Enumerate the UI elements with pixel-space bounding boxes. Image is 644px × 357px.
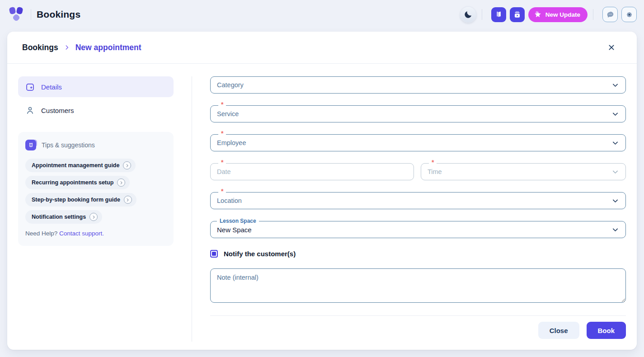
lesson-space-value: New Space	[217, 226, 252, 234]
required-marker: *	[429, 159, 437, 165]
panel-header: Bookings New appointment	[7, 32, 637, 64]
appointment-form: Category * Service * Emp	[210, 76, 626, 350]
lesson-space-dropdown[interactable]: Lesson Space New Space	[210, 221, 626, 238]
chevron-right-circle-icon	[117, 178, 125, 187]
internal-note-textarea[interactable]	[210, 268, 626, 303]
required-marker: *	[218, 130, 226, 136]
feedback-chat-button[interactable]	[602, 7, 618, 22]
chevron-down-icon	[611, 168, 619, 176]
chevron-right-circle-icon	[89, 213, 98, 221]
app-logo-icon	[7, 5, 25, 23]
help-prefix: Need Help?	[25, 230, 59, 237]
form-footer: Close Book	[210, 315, 626, 345]
employee-dropdown[interactable]: * Employee	[210, 134, 626, 151]
sidebar: Details Customers	[18, 76, 174, 350]
sidebar-item-customers[interactable]: Customers	[18, 100, 174, 121]
settings-button[interactable]	[621, 7, 637, 22]
star-icon	[534, 10, 542, 19]
tips-panel: Tips & suggestions Appointment managemen…	[18, 132, 174, 246]
tip-link-notification-settings[interactable]: Notification settings	[25, 210, 102, 224]
tips-title: Tips & suggestions	[42, 141, 95, 149]
date-input[interactable]	[217, 164, 407, 180]
open-book-icon	[494, 10, 503, 19]
close-button[interactable]: Close	[538, 322, 579, 339]
guide-library-button[interactable]	[491, 7, 506, 22]
contact-support-link[interactable]: Contact support.	[59, 230, 104, 237]
tip-link-recurring-appointments-setup[interactable]: Recurring appointments setup	[25, 176, 130, 189]
chevron-down-icon	[611, 110, 619, 118]
required-marker: *	[218, 101, 226, 108]
dark-mode-toggle[interactable]	[460, 6, 476, 23]
tip-link-step-by-step-booking-form-guide[interactable]: Step-by-step booking form guide	[25, 193, 136, 207]
required-marker: *	[218, 159, 226, 165]
location-dropdown[interactable]: * Location	[210, 192, 626, 209]
notify-checkbox[interactable]	[210, 250, 218, 258]
help-line: Need Help? Contact support.	[25, 230, 166, 237]
content-divider	[192, 76, 192, 342]
breadcrumb-new-appointment: New appointment	[75, 43, 141, 52]
breadcrumb-chevron-icon	[64, 44, 70, 51]
date-field[interactable]: *	[210, 163, 414, 180]
chevron-right-circle-icon	[123, 161, 131, 169]
chat-bubble-icon	[606, 10, 615, 19]
close-panel-button[interactable]	[606, 42, 617, 53]
chevron-right-circle-icon	[124, 196, 132, 204]
service-placeholder: Service	[217, 110, 239, 117]
location-placeholder: Location	[217, 197, 242, 204]
sidebar-item-label: Customers	[41, 107, 74, 114]
tips-book-icon	[25, 140, 36, 150]
category-dropdown[interactable]: Category	[210, 76, 626, 94]
sidebar-item-label: Details	[41, 83, 62, 91]
video-playlist-icon	[513, 10, 522, 19]
chevron-down-icon	[611, 197, 619, 205]
sidebar-item-details[interactable]: Details	[18, 76, 174, 97]
time-dropdown[interactable]: * Time	[421, 163, 626, 180]
chevron-down-icon	[611, 81, 619, 89]
breadcrumb-bookings[interactable]: Bookings	[22, 43, 58, 52]
lesson-space-label: Lesson Space	[217, 218, 259, 224]
employee-placeholder: Employee	[217, 139, 246, 146]
book-button[interactable]: Book	[587, 322, 626, 339]
top-bar: Bookings New Update	[0, 0, 644, 29]
category-placeholder: Category	[217, 81, 244, 89]
header-divider	[482, 9, 482, 20]
new-appointment-panel: Bookings New appointment Details	[7, 32, 637, 350]
calendar-plus-icon	[25, 82, 35, 92]
chevron-down-icon	[611, 226, 619, 234]
time-placeholder: Time	[428, 168, 442, 175]
new-update-label: New Update	[545, 11, 580, 18]
close-icon	[608, 44, 615, 51]
service-dropdown[interactable]: * Service	[210, 105, 626, 122]
video-tutorials-button[interactable]	[510, 7, 525, 22]
new-update-button[interactable]: New Update	[528, 7, 588, 22]
tip-link-appointment-management-guide[interactable]: Appointment management guide	[25, 159, 136, 172]
chevron-down-icon	[611, 139, 619, 147]
checkbox-checked-mark	[212, 252, 216, 256]
person-icon	[25, 106, 35, 115]
required-marker: *	[218, 188, 226, 194]
header-divider	[31, 9, 31, 20]
header-divider	[593, 9, 593, 20]
moon-icon	[464, 10, 473, 19]
notify-label: Notify the customer(s)	[224, 250, 296, 258]
app-title: Bookings	[37, 9, 80, 20]
gear-icon	[625, 10, 634, 19]
